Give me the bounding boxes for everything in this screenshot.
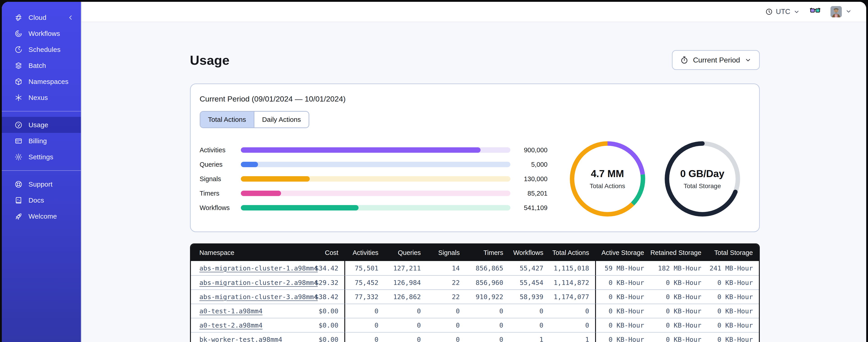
table-row: abs-migration-cluster-1.a98mm4$34.4275,5… <box>191 261 759 275</box>
cell-queries: 126,984 <box>384 275 427 289</box>
account-menu[interactable] <box>831 6 852 18</box>
usage-charts: Activities900,000Queries5,000Signals130,… <box>200 138 750 220</box>
timezone-selector[interactable]: UTC <box>766 8 800 16</box>
cell-cost: $0.00 <box>310 304 344 318</box>
cell-total_actions: 1,114,872 <box>549 275 595 289</box>
namespace-link[interactable]: a0-test-2.a98mm4 <box>199 321 262 329</box>
sidebar-item-workflows[interactable]: Workflows <box>2 26 81 41</box>
cell-total_storage: 0 KB-Hour <box>707 318 758 332</box>
table-row: bk-worker-test.a98mm4$0.000000110 KB-Hou… <box>191 332 759 342</box>
sidebar-item-batch[interactable]: Batch <box>2 58 81 73</box>
cell-timers: 0 <box>466 332 509 342</box>
chevron-left-icon[interactable] <box>67 14 74 21</box>
column-header-total_storage: Total Storage <box>707 244 758 261</box>
cell-total_actions: 0 <box>549 304 595 318</box>
cell-retained_storage: 0 KB-Hour <box>650 318 707 332</box>
namespace-link[interactable]: bk-worker-test.a98mm4 <box>199 336 282 342</box>
bar-value: 85,201 <box>510 190 548 197</box>
cell-activities: 77,332 <box>344 289 384 304</box>
bar-track <box>241 162 510 167</box>
welcome-icon <box>14 212 23 220</box>
sidebar-item-label: Schedules <box>28 46 61 54</box>
sidebar-divider <box>2 170 81 171</box>
cell-signals: 22 <box>427 289 466 304</box>
cell-queries: 0 <box>384 318 427 332</box>
sidebar-item-docs[interactable]: Docs <box>2 192 81 208</box>
batch-icon <box>14 62 23 70</box>
donut-label: Total Storage <box>684 182 721 190</box>
cell-retained_storage: 0 KB-Hour <box>650 332 707 342</box>
bar-value: 130,000 <box>510 175 548 183</box>
support-icon <box>14 180 23 189</box>
bar-track <box>241 205 510 210</box>
table-row: a0-test-1.a98mm4$0.000000000 KB-Hour0 KB… <box>191 304 759 318</box>
cell-active_storage: 0 KB-Hour <box>595 289 650 304</box>
namespace-link[interactable]: abs-migration-cluster-2.a98mm4 <box>199 279 318 286</box>
sidebar-item-namespaces[interactable]: Namespaces <box>2 73 81 90</box>
bar-label: Signals <box>200 175 241 183</box>
labs-glasses-toggle[interactable] <box>810 7 820 16</box>
cell-total_actions: 1 <box>549 332 595 342</box>
cell-total_actions: 1,115,018 <box>549 261 595 275</box>
namespace-usage-table: NamespaceCostActivitiesQueriesSignalsTim… <box>190 243 760 342</box>
donut-total-actions: 4.7 MMTotal Actions <box>567 138 648 220</box>
cell-signals: 0 <box>427 318 466 332</box>
sidebar-item-cloud[interactable]: Cloud <box>2 9 81 26</box>
cell-timers: 856,865 <box>466 261 509 275</box>
cell-total_actions: 1,174,077 <box>549 289 595 304</box>
sidebar-item-support[interactable]: Support <box>2 176 81 192</box>
billing-icon <box>14 137 23 145</box>
sidebar-item-usage[interactable]: Usage <box>2 117 81 133</box>
cell-queries: 127,211 <box>384 261 427 275</box>
actions-tab-group: Total ActionsDaily Actions <box>200 111 309 128</box>
column-header-activities: Activities <box>344 244 384 261</box>
bar-fill <box>241 147 481 153</box>
cell-queries: 0 <box>384 332 427 342</box>
cell-activities: 75,452 <box>344 275 384 289</box>
bar-track <box>241 147 510 153</box>
cell-timers: 0 <box>466 318 509 332</box>
card-title: Current Period (09/01/2024 — 10/01/2024) <box>200 95 750 103</box>
namespace-link[interactable]: abs-migration-cluster-3.a98mm4 <box>199 293 318 301</box>
sidebar-item-billing[interactable]: Billing <box>2 133 81 149</box>
cell-activities: 0 <box>344 332 384 342</box>
sidebar-item-welcome[interactable]: Welcome <box>2 208 81 224</box>
cell-workflows: 58,939 <box>509 289 549 304</box>
bar-label: Workflows <box>200 204 241 212</box>
column-header-cost: Cost <box>310 244 344 261</box>
sidebar-item-label: Usage <box>28 121 48 129</box>
sidebar-item-label: Docs <box>28 197 44 204</box>
sidebar-item-settings[interactable]: Settings <box>2 149 81 165</box>
sidebar-item-nexus[interactable]: Nexus <box>2 90 81 106</box>
cell-signals: 22 <box>427 275 466 289</box>
column-header-active_storage: Active Storage <box>595 244 650 261</box>
tab-total-actions[interactable]: Total Actions <box>200 112 254 128</box>
schedules-icon <box>14 45 23 54</box>
sidebar-item-schedules[interactable]: Schedules <box>2 41 81 58</box>
period-selector-button[interactable]: Current Period <box>672 50 760 70</box>
cell-activities: 0 <box>344 318 384 332</box>
cell-retained_storage: 182 MB-Hour <box>650 261 707 275</box>
workflows-icon <box>14 30 23 38</box>
app-window: CloudWorkflowsSchedulesBatchNamespacesNe… <box>2 2 866 342</box>
bar-row-timers: Timers85,201 <box>200 186 548 201</box>
tab-daily-actions[interactable]: Daily Actions <box>254 112 309 128</box>
glasses-icon <box>810 7 820 16</box>
sidebar-item-label: Workflows <box>28 30 60 37</box>
period-selector-label: Current Period <box>693 56 740 64</box>
content-scroll-area[interactable]: Usage Current Period Cu <box>82 22 866 342</box>
namespace-link[interactable]: abs-migration-cluster-1.a98mm4 <box>199 264 318 272</box>
column-header-total_actions: Total Actions <box>549 244 595 261</box>
cell-queries: 126,862 <box>384 289 427 304</box>
namespace-link[interactable]: a0-test-1.a98mm4 <box>199 307 262 315</box>
sidebar-item-label: Namespaces <box>28 78 68 86</box>
cell-signals: 0 <box>427 304 466 318</box>
cell-active_storage: 0 KB-Hour <box>595 332 650 342</box>
sidebar-item-label: Nexus <box>28 94 48 102</box>
table-row: a0-test-2.a98mm4$0.000000000 KB-Hour0 KB… <box>191 318 759 332</box>
bar-row-workflows: Workflows541,109 <box>200 201 548 215</box>
cell-workflows: 0 <box>509 318 549 332</box>
cloud-icon <box>14 13 23 22</box>
bar-track <box>241 176 510 181</box>
topbar: UTC <box>82 2 866 22</box>
